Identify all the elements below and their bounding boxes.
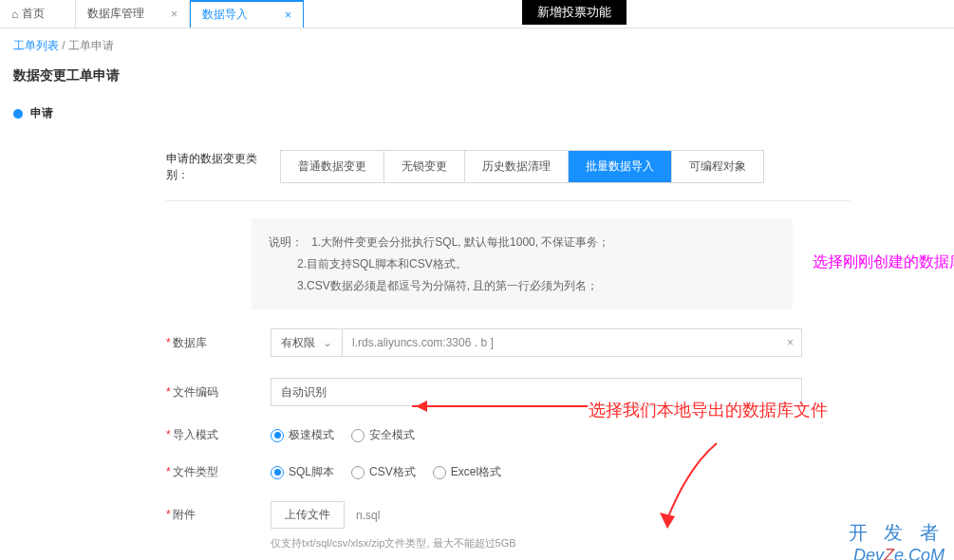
watermark: 开 发 者 DevZe.CoM bbox=[849, 520, 945, 560]
radio-icon bbox=[351, 429, 365, 442]
tab-label: 数据库管理 bbox=[87, 6, 144, 22]
row-import-mode: *导入模式 极速模式 安全模式 bbox=[166, 427, 850, 443]
tab-db-management[interactable]: 数据库管理 × bbox=[76, 0, 190, 28]
permission-dropdown[interactable]: 有权限 ⌄ bbox=[271, 329, 343, 356]
category-row: 申请的数据变更类别： 普通数据变更 无锁变更 历史数据清理 批量数据导入 可编程… bbox=[166, 150, 850, 201]
category-tabs: 普通数据变更 无锁变更 历史数据清理 批量数据导入 可编程对象 bbox=[280, 150, 764, 183]
category-tab-history[interactable]: 历史数据清理 bbox=[465, 151, 569, 182]
home-icon: ⌂ bbox=[11, 8, 18, 21]
category-label: 申请的数据变更类别： bbox=[166, 151, 280, 183]
annotation-select-db: 选择刚刚创建的数据库 bbox=[813, 251, 954, 273]
database-value: l.rds.aliyuncs.com:3306 . b ] bbox=[343, 336, 779, 349]
tab-data-import[interactable]: 数据导入 × bbox=[190, 0, 304, 28]
step-dot-icon bbox=[13, 109, 23, 119]
arrow-icon bbox=[650, 439, 726, 533]
arrow-icon bbox=[412, 405, 588, 407]
upload-group: 上传文件 n.sql bbox=[271, 501, 380, 529]
category-tab-normal[interactable]: 普通数据变更 bbox=[281, 151, 384, 182]
radio-icon bbox=[433, 466, 446, 479]
radio-sql[interactable]: SQL脚本 bbox=[271, 464, 334, 480]
radio-csv[interactable]: CSV格式 bbox=[351, 464, 416, 480]
tab-bar: ⌂ 首页 数据库管理 × 数据导入 × bbox=[0, 0, 954, 28]
form-panel: 申请的数据变更类别： 普通数据变更 无锁变更 历史数据清理 批量数据导入 可编程… bbox=[166, 150, 850, 560]
tab-home[interactable]: ⌂ 首页 bbox=[0, 0, 76, 28]
attachment-label: *附件 bbox=[166, 507, 271, 523]
chevron-down-icon: ⌄ bbox=[323, 336, 332, 349]
radio-fast-mode[interactable]: 极速模式 bbox=[271, 427, 334, 443]
database-select[interactable]: 有权限 ⌄ l.rds.aliyuncs.com:3306 . b ] × bbox=[271, 328, 802, 357]
category-tab-batch-import[interactable]: 批量数据导入 bbox=[569, 151, 672, 182]
tab-label: 首页 bbox=[22, 6, 45, 22]
breadcrumb: 工单列表 / 工单申请 bbox=[0, 28, 954, 64]
tab-label: 数据导入 bbox=[202, 7, 248, 23]
upload-button[interactable]: 上传文件 bbox=[271, 501, 345, 529]
close-icon[interactable]: × bbox=[171, 8, 178, 21]
breadcrumb-link[interactable]: 工单列表 bbox=[13, 39, 59, 52]
radio-safe-mode[interactable]: 安全模式 bbox=[351, 427, 415, 443]
encoding-label: *文件编码 bbox=[166, 384, 271, 401]
top-banner: 新增投票功能 bbox=[522, 0, 627, 25]
uploaded-filename: n.sql bbox=[356, 509, 380, 522]
category-tab-lockless[interactable]: 无锁变更 bbox=[384, 151, 465, 182]
page-title: 数据变更工单申请 bbox=[0, 64, 954, 96]
file-type-label: *文件类型 bbox=[166, 464, 271, 480]
info-label: 说明： bbox=[269, 235, 303, 249]
row-database: *数据库 有权限 ⌄ l.rds.aliyuncs.com:3306 . b ]… bbox=[166, 328, 850, 357]
radio-excel[interactable]: Excel格式 bbox=[433, 464, 501, 480]
import-mode-label: *导入模式 bbox=[166, 427, 271, 443]
database-label: *数据库 bbox=[166, 335, 271, 351]
step-indicator: 申请 bbox=[0, 96, 954, 131]
step-label: 申请 bbox=[30, 105, 53, 121]
clear-icon[interactable]: × bbox=[779, 336, 801, 349]
breadcrumb-current: 工单申请 bbox=[68, 39, 114, 52]
row-attachment: *附件 上传文件 n.sql bbox=[166, 501, 850, 529]
radio-icon bbox=[351, 466, 365, 479]
upload-hint: 仅支持txt/sql/csv/xlsx/zip文件类型, 最大不能超过5GB bbox=[271, 536, 850, 551]
close-icon[interactable]: × bbox=[285, 9, 291, 22]
radio-icon bbox=[271, 466, 284, 479]
file-type-radios: SQL脚本 CSV格式 Excel格式 bbox=[271, 464, 501, 480]
annotation-select-file: 选择我们本地导出的数据库文件 bbox=[589, 399, 828, 421]
svg-marker-0 bbox=[660, 513, 675, 529]
row-file-type: *文件类型 SQL脚本 CSV格式 Excel格式 bbox=[166, 464, 850, 480]
import-mode-radios: 极速模式 安全模式 bbox=[271, 427, 415, 443]
radio-icon bbox=[271, 429, 284, 442]
info-box: 说明： 1.大附件变更会分批执行SQL, 默认每批1000, 不保证事务； 2.… bbox=[252, 218, 793, 309]
category-tab-programmable[interactable]: 可编程对象 bbox=[672, 151, 763, 182]
